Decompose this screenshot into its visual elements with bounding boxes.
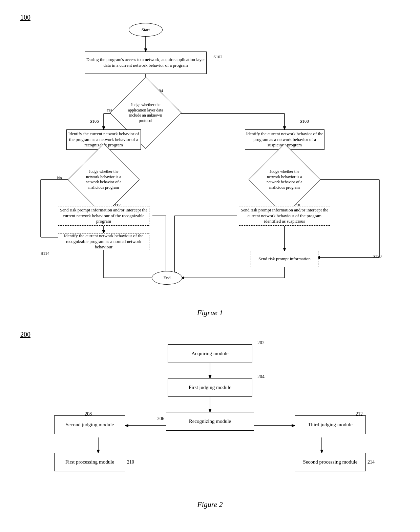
judge-malicious1-diamond: Judge whether the network behavior is a …	[68, 144, 140, 216]
figure2-title: Figure 2	[20, 500, 400, 509]
label-202: 202	[257, 340, 265, 346]
start-node: Start	[129, 23, 163, 37]
step-s120: S120	[373, 253, 382, 259]
label-212: 212	[356, 411, 363, 417]
figure1-title: Figrue 1	[20, 308, 400, 317]
judge-malicious1-text: Judge whether the network behavior is a …	[85, 169, 122, 190]
step-s114: S114	[41, 251, 49, 256]
judge-unknown-text: Judge whether the application layer data…	[127, 102, 164, 123]
first-judging-module: First judging module	[168, 378, 252, 397]
no-label-2: No	[57, 176, 62, 181]
figure2-diagram: 200 Acquiring module 202	[20, 331, 400, 493]
send-risk3-node: Send risk prompt information	[251, 251, 318, 267]
second-processing-module: Second processing module	[295, 453, 366, 471]
identify-normal-node: Identify the current network behaviour o…	[58, 233, 149, 250]
figure2-label: 200	[20, 331, 30, 339]
acquire-node: During the program's access to a network…	[85, 52, 207, 74]
first-processing-module: First processing module	[54, 453, 125, 471]
second-judging-module: Second judging module	[54, 415, 125, 434]
label-204: 204	[257, 374, 265, 380]
step-s102: S102	[213, 54, 223, 60]
label-206: 206	[157, 416, 164, 422]
figure1-arrows	[20, 14, 400, 305]
third-judging-module: Third judging module	[295, 415, 366, 434]
figure1-diagram: 100	[20, 14, 400, 305]
acquiring-module: Acquiring module	[168, 344, 252, 363]
recognizing-module: Recognizing module	[166, 412, 254, 431]
send-risk2-node: Send risk prompt information and/or inte…	[239, 206, 330, 226]
judge-malicious2-text: Judge whether the network behavior is a …	[266, 169, 303, 190]
label-214: 214	[368, 459, 375, 465]
figure1-label: 100	[20, 14, 30, 21]
end-node: End	[152, 271, 182, 285]
label-210: 210	[127, 459, 134, 465]
send-risk1-node: Send risk prompt information and/or inte…	[58, 206, 149, 226]
step-s106: S106	[90, 119, 99, 124]
judge-malicious2-diamond: Judge whether the network behavior is a …	[249, 144, 320, 216]
label-208: 208	[85, 411, 92, 417]
step-s108: S108	[300, 119, 309, 124]
